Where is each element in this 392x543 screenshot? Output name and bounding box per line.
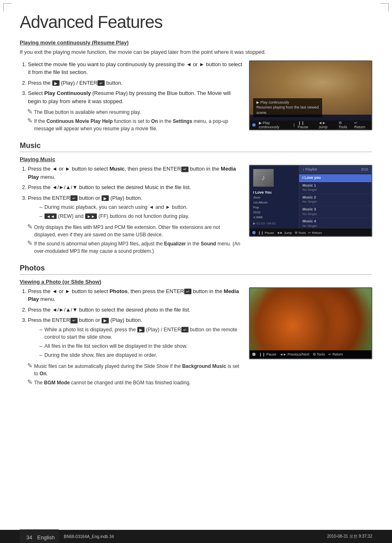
music-time: ▶ 01:10 / 04:02 [253,222,295,225]
page-content: Advanced Features Playing movie continuo… [0,0,392,417]
movie-return: ↩ Return [354,121,369,129]
music-content-block: Press the ◄ or ► button to select Music,… [20,165,372,256]
movie-overlay-line1: ▶ Play continuously [256,100,319,105]
music-artist: Jhon [253,195,295,200]
music-genre: Pop [253,205,295,210]
movie-tv-screen: Movie 01.avi 00:04:03 / 00:07:38 1/1 ▶ P… [249,60,372,130]
main-title: Advanced Features [20,12,372,32]
music-album: 1st Album [253,200,295,205]
music-note-1: ✎ Only displays the files with MP3 and P… [27,224,242,238]
movie-content-block: Select the movie file you want to play c… [20,60,372,134]
photos-return: ↩ Return [328,352,343,356]
music-step-2: Press the ◄/►/▲/▼ button to select the d… [28,183,242,192]
music-return: ↩ Return [308,231,322,235]
music-tools: ⚙ Tools [295,231,306,235]
music-item-sub-1: No Singer [302,188,368,192]
photo-bg [250,288,371,351]
music-bg: ♪ I Love You Jhon 1st Album Pop 2010 4.2… [250,166,371,229]
movie-step-3: Select Play Continuously (Resume Play) b… [28,89,242,105]
page-lang-label: English [37,534,55,541]
movie-jump: ◄► Jump [318,121,335,129]
photos-screen-column: 🖼 ▶ Normal Image1034.jpg 1024x768 2010/2… [249,287,372,388]
music-right-header: ♪ Playlist 3/15 [299,166,371,173]
movie-step-1: Select the movie file you want to play c… [28,60,242,76]
music-item-sub-4: No Singer [302,224,368,228]
footer-date: 2010-08-31 오전 9:37:32 [327,534,372,539]
photos-step-3: Press the ENTER↵ button or ▶ (Play) butt… [28,316,242,359]
play-btn-photo-2: ▶ [137,327,145,333]
music-page: 3/15 [361,167,368,171]
photos-tv-screen: 🖼 ▶ Normal Image1034.jpg 1024x768 2010/2… [249,287,372,359]
photos-section-title: Photos [20,264,372,275]
movie-subsection-title: Playing movie continuously (Resume Play) [20,39,372,46]
play-button-icon: ▶ [52,80,60,86]
music-note-icon-2: ✎ [27,240,32,255]
music-left-panel: ♪ I Love You Jhon 1st Album Pop 2010 4.2… [250,166,299,229]
music-item-2: Music 2 No Singer [299,194,371,206]
play-btn-photos: ▶ [101,318,109,323]
music-bullets: During music playback, you can search us… [33,203,242,220]
music-item-name-3: Music 3 [302,207,368,212]
photos-step-1: Press the ◄ or ► button to select Photos… [28,287,242,303]
photos-pause: ❙❙ Pause [259,352,276,356]
music-year: 2010 [253,210,295,215]
enter-btn-music2: ↵ [70,195,78,201]
photos-bullet-2: All files in the file list section will … [39,342,242,350]
music-item-name-active: I Love you [302,176,368,180]
music-subsection-title: Playing Music [20,156,372,162]
music-steps: Press the ◄ or ► button to select Music,… [20,165,242,220]
music-item-sub-2: No Singer [302,200,368,204]
music-jump: ◄► Jump [277,231,292,235]
music-playlist-label: ♪ Playlist [302,167,317,171]
music-note-2-text: If the sound is abnormal when playing MP… [34,240,242,255]
photos-content-block: Press the ◄ or ► button to select Photos… [20,287,372,388]
music-note-1-text: Only displays the files with MP3 and PCM… [34,224,242,238]
photos-text-column: Press the ◄ or ► button to select Photos… [20,287,242,388]
photos-bullet-3: During the slide show, files are display… [39,351,242,359]
music-item-3: Music 3 No Singer [299,206,371,218]
music-bullet-2: ◄◄ (REW) and ►► (FF) buttons do not func… [39,213,242,220]
photos-prevnext: ◄► Previous/Next [279,352,309,356]
movie-bottom-text: ▶ Play continuously [259,121,291,129]
music-item-name-4: Music 4 [302,219,368,224]
photos-steps: Press the ◄ or ► button to select Photos… [20,287,242,359]
movie-screen-column: Movie 01.avi 00:04:03 / 00:07:38 1/1 ▶ P… [249,60,372,134]
music-item-1: Music 1 No Singer [299,182,371,194]
music-pause: ❙❙ Pause [258,231,274,235]
photos-bullets: While a photo list is displayed, press t… [33,326,242,359]
movie-note-2-text: If the Continuous Movie Play Help functi… [34,118,242,132]
movie-overlay-line3: scene. [256,110,319,116]
page-number-block: 34 English [20,529,59,543]
enter-btn-music: ↵ [181,166,189,172]
music-section-title: Music [20,141,372,152]
page-number-value: 34 [26,534,32,541]
music-info: I Love You Jhon 1st Album Pop 2010 4.2MB [253,190,295,220]
music-time-value: 01:10 / 04:02 [256,222,276,225]
movie-pause: ❙❙ Pause [298,121,315,129]
photos-tools: ⚙ Tools [313,352,325,356]
footer-left: 34 English BN68-03164A_Eng.indb 34 [20,529,114,543]
ff-btn: ►► [85,213,97,219]
movie-overlay: ▶ Play continuously Resumes playing from… [253,98,322,117]
movie-bottom-bar: ▶ Play continuously | ❙❙ Pause ◄► Jump ⚙… [250,120,371,129]
page-footer: 34 English BN68-03164A_Eng.indb 34 2010-… [0,530,392,543]
photos-note-2-text: The BGM Mode cannot be changed until the… [34,379,191,386]
rew-btn: ◄◄ [44,213,57,219]
movie-tools: ⚙ Tools [339,121,351,129]
music-bottom-bar: ❙❙ Pause ◄► Jump ⚙ Tools ↩ Return [250,229,371,237]
note-icon-2: ✎ [27,118,32,132]
music-step-1: Press the ◄ or ► button to select Music,… [28,165,242,181]
photos-note-icon-1: ✎ [27,363,32,377]
movie-note-2: ✎ If the Continuous Movie Play Help func… [27,118,242,132]
music-song-title: I Love You [253,190,295,196]
footer-doc-info: BN68-03164A_Eng.indb 34 [64,534,114,539]
music-album-art: ♪ [253,169,274,187]
movie-note-1-text: The Blue button is available when resumi… [34,109,141,116]
music-step-3: Press the ENTER↵ button or ▶ (Play) butt… [28,194,242,220]
movie-bottom-sep: | [293,123,294,127]
movie-intro: If you exit the playing movie function, … [20,48,372,56]
movie-steps: Select the movie file you want to play c… [20,60,242,106]
photos-note-2: ✎ The BGM Mode cannot be changed until t… [27,379,242,386]
music-note-icon-1: ✎ [27,224,32,238]
music-blue-btn [252,231,256,234]
